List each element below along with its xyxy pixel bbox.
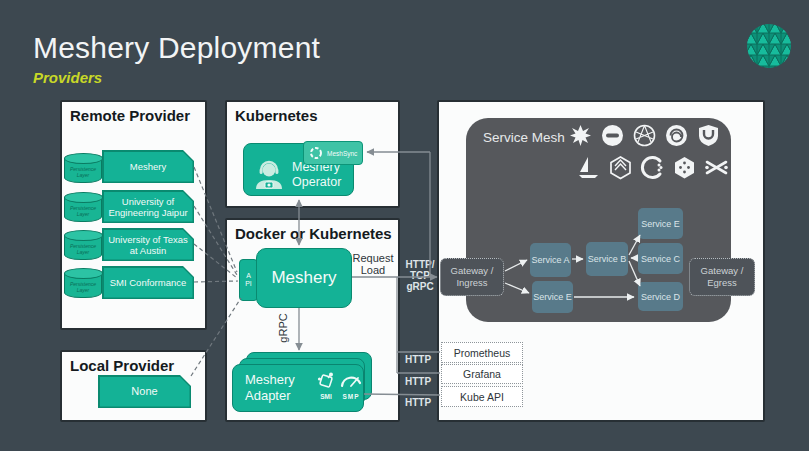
- sync-ring-icon: [309, 146, 323, 160]
- database-cylinder-icon: Persistence Layer: [64, 235, 102, 260]
- request-load-label: Request Load: [351, 252, 395, 276]
- local-item-none: None: [98, 375, 191, 408]
- kubernetes-title: Kubernetes: [235, 107, 318, 124]
- slide-meshery-deployment: Meshery Deployment Providers Remote Prov…: [0, 0, 809, 451]
- meshery-adapter-label: Meshery Adapter: [245, 372, 315, 404]
- service-e-top-box: Service E: [638, 208, 683, 239]
- local-provider-title: Local Provider: [70, 357, 174, 374]
- hexagon-cube-logo-icon: [607, 154, 634, 185]
- http-label-kubeapi: HTTP: [405, 397, 431, 408]
- service-mesh-title: Service Mesh: [483, 130, 565, 145]
- circle-badge-logo-icon: [599, 122, 626, 153]
- meshsync-box: MeshSync: [303, 141, 363, 165]
- smp-caption: SMP: [339, 393, 363, 400]
- service-mesh-logo-row-1: [567, 122, 722, 153]
- remote-item-univ-texas: University of Texas at Austin: [102, 228, 194, 261]
- page-title: Meshery Deployment: [33, 31, 320, 65]
- operator-headset-person-icon: [252, 159, 286, 195]
- http-label-grafana: HTTP: [405, 376, 431, 387]
- grpc-arrow-label: gRPC: [277, 313, 289, 342]
- database-cylinder-icon: Persistence Layer: [64, 158, 102, 183]
- remote-item-smi-conformance: SMI Conformance: [102, 266, 194, 299]
- spiral-logo-icon: [663, 122, 690, 153]
- prometheus-box: Prometheus: [441, 342, 523, 363]
- gateway-ingress-box: Gateway / Ingress: [440, 258, 504, 296]
- service-d-box: Service D: [638, 282, 683, 311]
- kube-api-box: Kube API: [441, 386, 523, 407]
- knot-logo-icon: [703, 154, 730, 185]
- http-label-prometheus: HTTP: [405, 354, 431, 365]
- starburst-logo-icon: [567, 122, 594, 153]
- service-a-box: Service A: [530, 243, 571, 277]
- remote-item-univ-jaipur: University of Engineering Jaipur: [102, 190, 194, 223]
- grafana-box: Grafana: [441, 364, 523, 384]
- gauge-icon: [339, 371, 363, 395]
- gateway-egress-box: Gateway / Egress: [689, 258, 755, 296]
- service-b-box: Service B: [586, 242, 628, 276]
- protocol-label: HTTP/ TCP gRPC: [400, 259, 440, 292]
- sailboat-logo-icon: [575, 154, 602, 185]
- meshery-box: Meshery: [256, 248, 352, 308]
- arc-dots-logo-icon: [639, 154, 666, 185]
- remote-provider-title: Remote Provider: [70, 107, 190, 124]
- service-c-box: Service C: [638, 243, 683, 274]
- hex-grid-logo-icon: [671, 154, 698, 185]
- mesh-sphere-logo-icon: [631, 122, 658, 153]
- service-mesh-logo-row-2: [575, 154, 730, 185]
- shield-logo-icon: [695, 122, 722, 153]
- database-cylinder-icon: Persistence Layer: [64, 197, 102, 222]
- service-e-left-box: Service E: [532, 281, 573, 313]
- remote-item-meshery: Meshery: [102, 150, 194, 183]
- docker-kubernetes-title: Docker or Kubernetes: [235, 225, 392, 242]
- meshery-adapter-box: Meshery Adapter SMI SMP: [232, 364, 364, 412]
- page-subtitle: Providers: [33, 69, 102, 86]
- smi-caption: SMI: [314, 393, 338, 400]
- meshsync-label: MeshSync: [327, 150, 357, 157]
- database-cylinder-icon: Persistence Layer: [64, 273, 102, 298]
- meshery-logo-icon: [745, 22, 793, 74]
